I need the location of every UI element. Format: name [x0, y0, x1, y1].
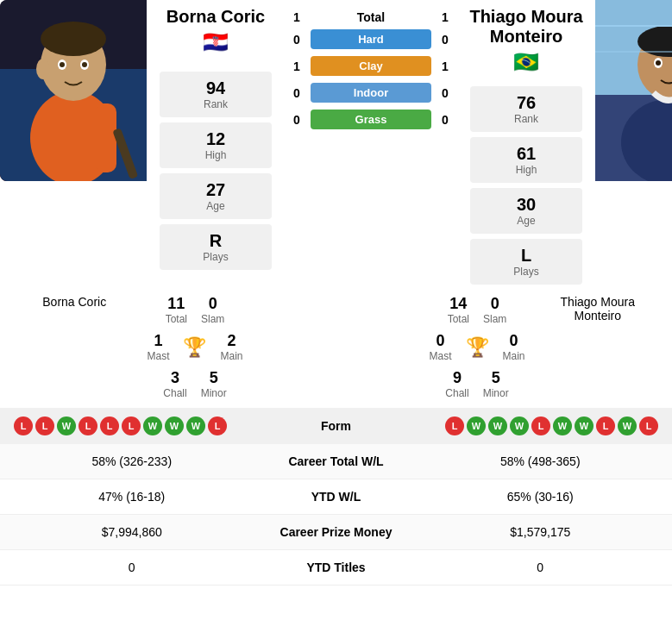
- player-info-left: Borna Coric 🇭🇷 94 Rank 12 High 27 Age R: [147, 0, 285, 291]
- form-badge-w: W: [467, 416, 486, 435]
- form-badge-w: W: [510, 416, 529, 435]
- player-name-left: Borna Coric: [166, 7, 265, 27]
- mast-lbl-right: Mast: [430, 350, 452, 362]
- hard-left: 0: [288, 33, 305, 47]
- high-label-left: High: [170, 149, 261, 161]
- form-badge-l: L: [639, 416, 658, 435]
- svg-rect-10: [95, 103, 116, 172]
- player-name-right: Thiago Moura Monteiro: [469, 7, 582, 47]
- minor-val-left: 5: [201, 369, 227, 387]
- mast-val-right: 0: [430, 332, 452, 350]
- left-bottom-name-text: Borna Coric: [9, 295, 140, 309]
- minor-val-right: 5: [483, 369, 509, 387]
- form-badge-w: W: [618, 416, 637, 435]
- svg-point-20: [656, 60, 661, 66]
- form-badge-w: W: [553, 416, 572, 435]
- middle-spacer: [250, 295, 423, 399]
- form-badge-w: W: [143, 416, 162, 435]
- bottom-right-name: Thiago Moura Monteiro: [532, 295, 663, 399]
- form-badge-w: W: [575, 416, 593, 435]
- form-left: LLWLLLWWWL: [14, 416, 276, 435]
- stats-row: 47% (16-18)YTD W/L65% (30-16): [0, 479, 672, 515]
- svg-point-9: [82, 62, 87, 67]
- svg-point-8: [60, 62, 65, 67]
- stat-label-center: Career Prize Money: [250, 525, 423, 539]
- stat-value-left: 47% (16-18): [14, 490, 250, 504]
- main-val-left: 2: [220, 332, 242, 350]
- stat-value-right: 0: [423, 561, 659, 574]
- stat-value-right: $1,579,175: [423, 525, 659, 539]
- middle-section: 1 Total 1 0 Hard 0 1 Clay 1 0 Indo: [285, 0, 457, 291]
- total-count-right: 1: [436, 10, 454, 24]
- form-badge-w: W: [57, 416, 76, 435]
- minor-lbl-left: Minor: [201, 387, 227, 399]
- form-badge-l: L: [208, 416, 227, 435]
- slam-val-left: 0: [201, 295, 224, 313]
- top-section: Borna Coric 🇭🇷 94 Rank 12 High 27 Age R: [0, 0, 672, 291]
- high-value-left: 12: [170, 129, 261, 149]
- right-player-stats: 14 Total 0 Slam 0 Mast 🏆 0 Main: [423, 295, 532, 399]
- trophy-icon-right: 🏆: [466, 336, 489, 359]
- form-badge-l: L: [100, 416, 119, 435]
- clay-left: 1: [288, 59, 305, 73]
- bottom-names: Borna Coric 11 Total 0 Slam 1 Mast 🏆: [0, 291, 672, 408]
- bottom-left-name: Borna Coric: [9, 295, 140, 399]
- grass-btn[interactable]: Grass: [311, 110, 431, 129]
- total-count-left: 1: [288, 10, 305, 24]
- total-lbl-left: Total: [166, 313, 187, 325]
- chall-val-right: 9: [445, 369, 468, 387]
- high-label-right: High: [480, 164, 572, 176]
- form-badge-l: L: [14, 416, 33, 435]
- age-label-left: Age: [170, 200, 261, 212]
- form-label: Form: [276, 419, 397, 433]
- stat-value-left: 0: [14, 561, 250, 574]
- hard-right: 0: [436, 33, 454, 47]
- stats-row: $7,994,860Career Prize Money$1,579,175: [0, 515, 672, 550]
- grass-left: 0: [288, 113, 305, 127]
- form-badge-w: W: [165, 416, 184, 435]
- main-val-right: 0: [503, 332, 525, 350]
- svg-point-4: [41, 22, 106, 56]
- stat-value-left: $7,994,860: [14, 525, 250, 539]
- form-section: LLWLLLWWWL Form LWWWLWWLWL: [0, 408, 672, 444]
- main-lbl-left: Main: [220, 350, 242, 362]
- form-badge-w: W: [488, 416, 507, 435]
- plays-label-left: Plays: [170, 251, 261, 263]
- stat-label-center: YTD W/L: [250, 490, 423, 504]
- stats-row: 0YTD Titles0: [0, 550, 672, 586]
- stat-value-right: 65% (30-16): [423, 490, 659, 504]
- minor-lbl-right: Minor: [483, 387, 509, 399]
- flag-left: 🇭🇷: [203, 30, 229, 54]
- total-val-left: 11: [166, 295, 187, 313]
- trophy-icon-left: 🏆: [183, 336, 206, 359]
- plays-value-left: R: [170, 231, 261, 251]
- form-right: LWWWLWWLWL: [397, 416, 659, 435]
- svg-point-5: [36, 59, 50, 79]
- chall-lbl-left: Chall: [163, 387, 186, 399]
- form-badge-l: L: [122, 416, 141, 435]
- chall-val-left: 3: [163, 369, 186, 387]
- clay-btn[interactable]: Clay: [311, 56, 431, 76]
- left-player-stats: 11 Total 0 Slam 1 Mast 🏆 2 Main: [140, 295, 249, 399]
- main-container: Borna Coric 🇭🇷 94 Rank 12 High 27 Age R: [0, 0, 672, 586]
- hard-btn[interactable]: Hard: [311, 29, 431, 49]
- plays-label-right: Plays: [480, 266, 572, 278]
- total-lbl-right: Total: [448, 313, 469, 325]
- indoor-btn[interactable]: Indoor: [311, 83, 431, 103]
- form-badge-l: L: [445, 416, 464, 435]
- form-badge-w: W: [186, 416, 205, 435]
- high-value-right: 61: [480, 144, 572, 164]
- surface-buttons: 0 Hard 0 1 Clay 1 0 Indoor 0 0 Grass: [288, 28, 454, 135]
- stats-row: 58% (326-233)Career Total W/L58% (498-36…: [0, 444, 672, 479]
- stat-value-left: 58% (326-233): [14, 454, 250, 468]
- form-badge-l: L: [596, 416, 615, 435]
- main-lbl-right: Main: [503, 350, 525, 362]
- plays-value-right: L: [480, 246, 572, 266]
- slam-lbl-right: Slam: [483, 313, 506, 325]
- age-label-right: Age: [480, 215, 572, 227]
- stat-value-right: 58% (498-365): [423, 454, 659, 468]
- total-val-right: 14: [448, 295, 469, 313]
- form-badge-l: L: [531, 416, 550, 435]
- player-photo-left: [0, 0, 147, 181]
- mast-lbl-left: Mast: [147, 350, 169, 362]
